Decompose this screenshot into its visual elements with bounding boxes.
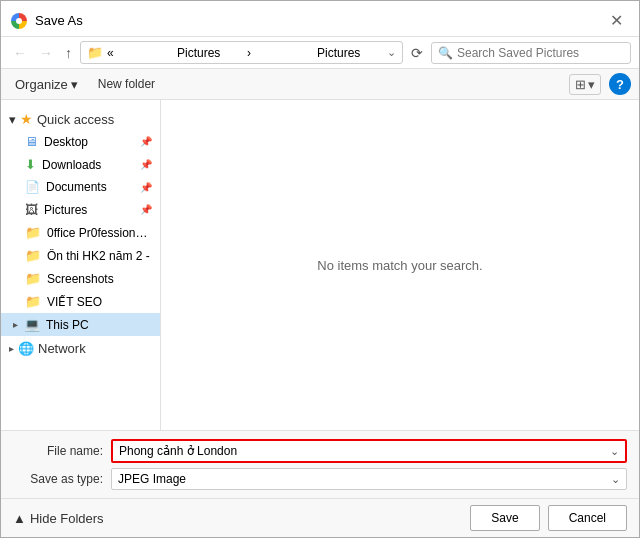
hide-folders-label: Hide Folders: [30, 511, 104, 526]
pc-icon: 💻: [24, 317, 40, 332]
path-separator: ›: [247, 46, 313, 60]
hide-folders-button[interactable]: ▲ Hide Folders: [13, 511, 104, 526]
folder-icon: 📁: [25, 271, 41, 286]
file-name-input-wrapper: ⌄: [111, 439, 627, 463]
network-icon: 🌐: [18, 341, 34, 356]
sidebar-item-label: VIẾT SEO: [47, 295, 102, 309]
path-folder-icon: 📁: [87, 45, 103, 60]
address-path[interactable]: 📁 « Pictures › Pictures ⌄: [80, 41, 403, 64]
sidebar-item-office[interactable]: 📁 0ffice Pr0fessional P: [1, 221, 160, 244]
quick-access-icon: ★: [20, 111, 33, 127]
refresh-button[interactable]: ⟳: [407, 43, 427, 63]
path-saved-pictures: Pictures: [317, 46, 383, 60]
dialog-title: Save As: [35, 13, 83, 28]
sidebar-item-this-pc[interactable]: ▸ 💻 This PC: [1, 313, 160, 336]
file-name-row: File name: ⌄: [13, 439, 627, 463]
save-as-dialog: Save As ✕ ← → ↑ 📁 « Pictures › Pictures …: [0, 0, 640, 538]
downloads-icon: ⬇: [25, 157, 36, 172]
up-button[interactable]: ↑: [61, 43, 76, 63]
path-prefix: «: [107, 46, 173, 60]
save-type-select-wrapper[interactable]: JPEG Image ⌄: [111, 468, 627, 490]
sidebar-item-desktop[interactable]: 🖥 Desktop 📌: [1, 130, 160, 153]
quick-access-label: Quick access: [37, 112, 114, 127]
save-type-value: JPEG Image: [112, 469, 605, 489]
sidebar-item-label: Screenshots: [47, 272, 114, 286]
toolbar: Organize ▾ New folder ⊞ ▾ ?: [1, 69, 639, 100]
footer-buttons: Save Cancel: [470, 505, 627, 531]
organize-arrow: ▾: [71, 77, 78, 92]
path-dropdown-arrow[interactable]: ⌄: [387, 46, 396, 59]
sidebar-item-pictures[interactable]: 🖼 Pictures 📌: [1, 198, 160, 221]
folder-icon: 📁: [25, 294, 41, 309]
pin-icon: 📌: [140, 182, 152, 193]
view-arrow: ▾: [588, 77, 595, 92]
save-type-label: Save as type:: [13, 472, 103, 486]
documents-icon: 📄: [25, 180, 40, 194]
back-button[interactable]: ←: [9, 43, 31, 63]
content-area: No items match your search.: [161, 100, 639, 430]
forward-button[interactable]: →: [35, 43, 57, 63]
save-button[interactable]: Save: [470, 505, 539, 531]
hide-folders-icon: ▲: [13, 511, 26, 526]
pin-icon: 📌: [140, 204, 152, 215]
pictures-icon: 🖼: [25, 202, 38, 217]
organize-button[interactable]: Organize ▾: [9, 74, 84, 95]
sidebar: ▾ ★ Quick access 🖥 Desktop 📌 ⬇ Downloads…: [1, 100, 161, 430]
view-icon: ⊞: [575, 77, 586, 92]
sidebar-item-label: Downloads: [42, 158, 101, 172]
sidebar-item-label: Ôn thi HK2 năm 2 -: [47, 249, 150, 263]
pin-icon: 📌: [140, 136, 152, 147]
file-name-label: File name:: [13, 444, 103, 458]
chevron-right-icon: ▸: [13, 319, 18, 330]
sidebar-item-label: Desktop: [44, 135, 88, 149]
sidebar-item-documents[interactable]: 📄 Documents 📌: [1, 176, 160, 198]
sidebar-item-label: Documents: [46, 180, 107, 194]
organize-label: Organize: [15, 77, 68, 92]
bottom-area: File name: ⌄ Save as type: JPEG Image ⌄: [1, 430, 639, 498]
save-type-row: Save as type: JPEG Image ⌄: [13, 468, 627, 490]
app-icon: [11, 13, 27, 29]
sidebar-item-network[interactable]: ▸ 🌐 Network: [1, 336, 160, 359]
close-button[interactable]: ✕: [604, 9, 629, 32]
new-folder-button[interactable]: New folder: [92, 74, 161, 94]
path-pictures: Pictures: [177, 46, 243, 60]
sidebar-item-vietseo[interactable]: 📁 VIẾT SEO: [1, 290, 160, 313]
empty-message: No items match your search.: [317, 258, 482, 273]
help-button[interactable]: ?: [609, 73, 631, 95]
sidebar-item-screenshots[interactable]: 📁 Screenshots: [1, 267, 160, 290]
sidebar-item-downloads[interactable]: ⬇ Downloads 📌: [1, 153, 160, 176]
footer: ▲ Hide Folders Save Cancel: [1, 498, 639, 537]
this-pc-label: This PC: [46, 318, 89, 332]
sidebar-item-onthi[interactable]: 📁 Ôn thi HK2 năm 2 -: [1, 244, 160, 267]
search-input[interactable]: [457, 46, 624, 60]
cancel-button[interactable]: Cancel: [548, 505, 627, 531]
pin-icon: 📌: [140, 159, 152, 170]
main-area: ▾ ★ Quick access 🖥 Desktop 📌 ⬇ Downloads…: [1, 100, 639, 430]
folder-icon: 📁: [25, 225, 41, 240]
title-bar-left: Save As: [11, 13, 83, 29]
file-name-input[interactable]: [113, 441, 604, 461]
folder-icon: 📁: [25, 248, 41, 263]
file-name-dropdown-arrow[interactable]: ⌄: [604, 442, 625, 461]
view-button[interactable]: ⊞ ▾: [569, 74, 601, 95]
desktop-icon: 🖥: [25, 134, 38, 149]
chevron-right-icon: ▸: [9, 343, 14, 354]
quick-access-arrow: ▾: [9, 112, 16, 127]
title-bar: Save As ✕: [1, 1, 639, 37]
network-label: Network: [38, 341, 86, 356]
quick-access-header[interactable]: ▾ ★ Quick access: [1, 106, 160, 130]
sidebar-item-label: 0ffice Pr0fessional P: [47, 226, 152, 240]
search-box[interactable]: 🔍: [431, 42, 631, 64]
search-icon: 🔍: [438, 46, 453, 60]
save-type-dropdown-arrow[interactable]: ⌄: [605, 470, 626, 489]
address-bar: ← → ↑ 📁 « Pictures › Pictures ⌄ ⟳ 🔍: [1, 37, 639, 69]
sidebar-item-label: Pictures: [44, 203, 87, 217]
